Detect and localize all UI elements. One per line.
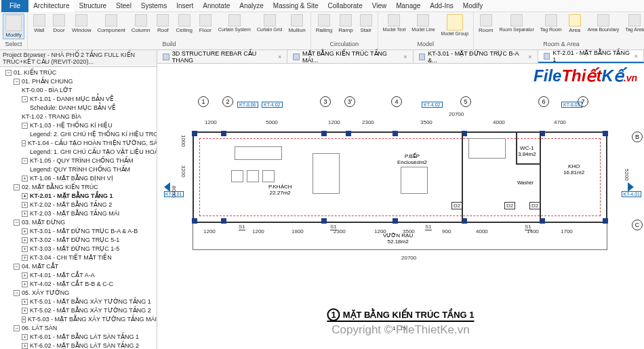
collapse-icon[interactable]: − [22,158,28,164]
tree-item[interactable]: +KT-4.02 - MẶT CẮT B-B & C-C [1,280,155,289]
column[interactable] [321,131,327,136]
tab-structure[interactable]: Structure [74,0,111,12]
column-button[interactable]: Column [129,14,153,34]
dimension[interactable]: 3200 [180,165,186,178]
section-marker[interactable]: KT-4.01 [622,182,641,197]
furniture-bed[interactable] [468,138,506,159]
tree-item[interactable]: +KT-6.01 - MẶT BẰNG LÁT SÀN TẦNG 1 [1,333,155,342]
grid-bubble[interactable]: C [632,220,643,230]
tree-item[interactable]: +KT-3.01 - MẶT ĐỨNG TRỤC B-A & A-B [1,227,155,236]
close-icon[interactable]: × [528,54,531,60]
room-tag[interactable]: KHO16.81m2 [563,163,584,176]
section-marker[interactable]: KT-8.03 [561,102,582,108]
collapse-icon[interactable]: − [14,290,20,296]
tree-item[interactable]: +KT-5.01 - MẶT BẰNG XÂY TƯỜNG TẦNG 1 [1,297,155,306]
column[interactable] [192,131,197,136]
view-tab[interactable]: KT-3.01 - MẶT ĐỨNG TRỤC B-A &...× [414,50,538,63]
room-tag[interactable]: P.KHÁCH22.27m2 [268,184,292,196]
room-tag[interactable]: WC-13.84m2 [518,145,536,157]
dimension[interactable]: 1800 [291,228,304,234]
tree-root[interactable]: −01. KIẾN TRÚC [1,68,155,77]
dimension[interactable]: 1200 [205,119,217,125]
section-marker[interactable]: KT-8.06 [237,102,258,108]
view-scale[interactable]: 1 : 75 [393,325,406,331]
dimension[interactable]: 4700 [554,119,566,125]
close-icon[interactable]: × [278,54,281,60]
view-title[interactable]: 1MẶT BẰNG KIẾN TRÚC TẦNG 1 [327,310,474,322]
room-tag[interactable]: Washer [517,180,534,185]
tree-item[interactable]: KT-1.02 - TRANG BÌA [1,112,155,121]
collapse-icon[interactable]: − [22,96,28,102]
column[interactable] [346,131,351,136]
dimension[interactable]: 2300 [362,119,374,125]
tab-systems[interactable]: Systems [136,0,172,12]
expand-icon[interactable]: + [22,272,28,279]
roof-button[interactable]: Roof [154,14,172,34]
tree-item[interactable]: Schedule: DANH MỤC BẢN VẼ [1,104,155,112]
close-icon[interactable]: × [635,53,638,60]
expand-icon[interactable]: + [22,281,28,287]
tree-item[interactable]: +KT-3.04 - CHI TIẾT MẶT TIỀN [1,253,155,262]
floor-button[interactable]: Floor [197,14,214,34]
ramp-button[interactable]: Ramp [336,14,355,34]
furniture-chair[interactable] [247,170,259,182]
expand-icon[interactable]: + [22,228,28,234]
model-text-button[interactable]: Model Text [381,14,408,33]
model-group-button[interactable]: Model Group [439,14,470,37]
tree-group[interactable]: −05. XÂY TƯỜNG [1,289,155,297]
grid-bubble[interactable]: 6 [538,96,549,107]
section-marker[interactable]: KT-4.02 [422,102,443,108]
column[interactable] [221,131,226,136]
expand-icon[interactable]: + [22,255,28,261]
dimension[interactable]: 900 [442,228,451,234]
tab-analyze[interactable]: Analyze [235,0,268,12]
tree-item[interactable]: Legend: QUY TRÌNH CHỐNG THẤM [1,165,155,174]
tree-item[interactable]: Legend: 1. GHI CHÚ CẤU TẠO VẬT LIỆU HOÀN… [1,148,155,157]
room-sep-button[interactable]: Room Separator [497,14,536,33]
door-tag[interactable]: D2 [504,202,515,209]
s-tag[interactable]: S1 [525,224,531,230]
collapse-icon[interactable]: − [5,70,12,76]
area-boundary-button[interactable]: Area Boundary [586,14,622,33]
grid-bubble[interactable]: 3' [344,96,355,107]
s-tag[interactable]: S1 [239,224,245,230]
grid-bubble[interactable]: 1 [198,96,209,107]
door-tag[interactable]: D2 [529,202,540,209]
tree-item-active[interactable]: +KT-2.01 - MẶT BẰNG TẦNG 1 [1,192,155,201]
tree-item[interactable]: KT-0.00 - BÌA LỚT [1,86,155,95]
grid-bubble[interactable]: 4 [391,96,402,107]
tab-modify[interactable]: Modify [458,0,487,12]
tree-item[interactable]: +KT-2.02 - MẶT BẰNG TẦNG 2 [1,201,155,209]
collapse-icon[interactable]: − [14,184,20,190]
tab-annotate[interactable]: Annotate [198,0,235,12]
s-tag[interactable]: S1 [425,224,432,230]
dimension[interactable]: 20700 [449,111,464,117]
expand-icon[interactable]: + [22,176,28,182]
tab-addins[interactable]: Add-Ins [425,0,458,12]
grid-bubble[interactable]: B [632,131,643,142]
floor-plan[interactable]: P.KHÁCH22.27m2 P.BẾPEnclosedm2 WC-13.84m… [193,131,607,223]
tree-item[interactable]: +KT-5.02 - MẶT BẰNG XÂY TƯỜNG TẦNG 2 [1,306,155,315]
tab-collaborate[interactable]: Collaborate [323,0,367,12]
expand-icon[interactable]: + [22,211,28,217]
door-button[interactable]: Door [50,14,68,34]
tree-item[interactable]: +KT-3.02 - MẶT ĐỨNG TRỤC 5-1 [1,236,155,245]
model-line-button[interactable]: Model Line [409,14,437,33]
expand-icon[interactable]: + [22,246,28,252]
expand-icon[interactable]: + [22,316,26,323]
grid-bubble[interactable]: 5 [460,96,471,107]
tree-group[interactable]: −02. MẶT BẰNG KIẾN TRÚC [1,183,155,192]
view-tab[interactable]: MẶT BẰNG KIẾN TRÚC TẦNG MÁI...× [287,50,413,63]
column[interactable] [603,131,608,136]
tree-item[interactable]: +KT-3.03 - MẶT ĐỨNG TRỤC 1-5 [1,245,155,253]
dimension[interactable]: 1200 [374,228,386,234]
grid-bubble[interactable]: 2 [222,96,233,107]
project-browser[interactable]: Project Browser - NHÀ PHỐ 2 TẦNG FULL KI… [0,50,157,349]
ceiling-button[interactable]: Ceiling [174,14,194,34]
tree-group[interactable]: −06. LÁT SÀN [1,324,155,333]
mullion-button[interactable]: Mullion [286,14,307,34]
dimension[interactable]: 20700 [401,255,416,261]
tree-group[interactable]: −03. MẶT ĐỨNG [1,218,155,227]
curtain-grid-button[interactable]: Curtain Grid [255,14,285,33]
dimension[interactable]: 4000 [493,119,505,125]
